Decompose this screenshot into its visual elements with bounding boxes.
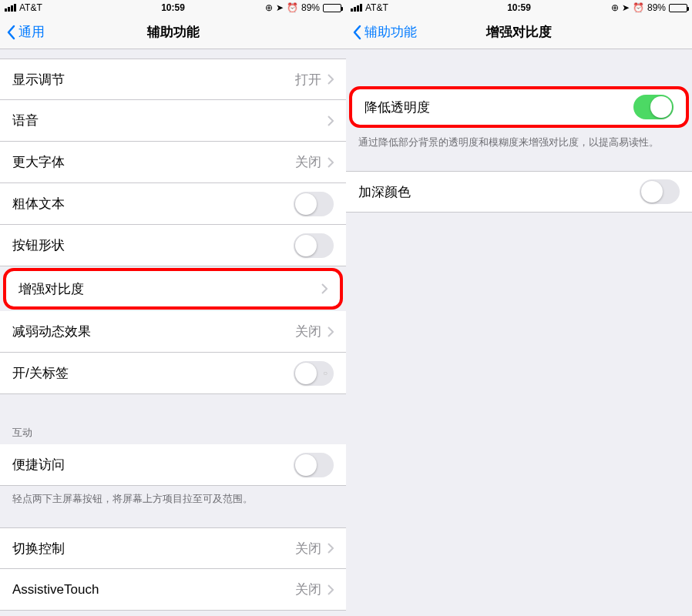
row-increase-contrast[interactable]: 增强对比度 [3,268,343,310]
screen-accessibility: AT&T 10:59 ⊕ ➤ ⏰ 89% 通用 辅助功能 显示调节 打开 语音 … [0,0,346,616]
row-button-shapes[interactable]: 按钮形状 [0,225,346,266]
battery-pct: 89% [647,2,666,13]
chevron-left-icon [352,25,361,40]
chevron-right-icon [328,116,334,126]
row-label: 增强对比度 [18,280,321,298]
row-reduce-transparency[interactable]: 降低透明度 [349,86,689,128]
orientation-lock-icon: ⊕ [265,2,273,13]
onoff-labels-switch[interactable] [294,361,334,386]
row-assistivetouch[interactable]: AssistiveTouch 关闭 [0,569,346,611]
chevron-right-icon [328,326,334,337]
chevron-right-icon [328,157,334,168]
chevron-right-icon [328,543,334,554]
row-reachability[interactable]: 便捷访问 [0,444,346,486]
row-reduce-motion[interactable]: 减弱动态效果 关闭 [0,311,346,353]
reachability-footer: 轻点两下主屏幕按钮，将屏幕上方项目拉至可及范围。 [0,486,346,512]
row-label: 加深颜色 [358,183,640,201]
chevron-right-icon [328,74,334,85]
reduce-transparency-switch[interactable] [633,95,674,119]
row-label: 粗体文本 [12,195,294,213]
row-value: 关闭 [295,153,321,171]
row-label: 减弱动态效果 [12,323,295,340]
carrier-label: AT&T [19,2,42,13]
nav-bar: 辅助功能 增强对比度 [346,15,692,49]
battery-icon [669,4,687,12]
row-value: 关闭 [295,540,321,557]
chevron-right-icon [328,584,334,595]
signal-icon [5,4,16,12]
row-label: 语音 [12,112,328,129]
location-icon: ➤ [622,2,630,13]
alarm-icon: ⏰ [287,2,298,13]
chevron-right-icon [321,283,328,294]
signal-icon [351,4,362,12]
darken-colors-switch[interactable] [640,179,680,204]
row-label: AssistiveTouch [12,582,295,598]
back-label: 辅助功能 [364,23,417,41]
row-label: 显示调节 [12,71,295,89]
back-button[interactable]: 通用 [0,23,45,41]
nav-bar: 通用 辅助功能 [0,15,346,49]
status-bar: AT&T 10:59 ⊕ ➤ ⏰ 89% [0,0,346,15]
row-display-accommodations[interactable]: 显示调节 打开 [0,59,346,100]
row-value: 打开 [295,71,321,89]
reduce-transparency-footer: 通过降低部分背景的透明度和模糊度来增强对比度，以提高易读性。 [346,129,692,156]
row-value: 关闭 [295,581,321,598]
reachability-switch[interactable] [294,453,334,477]
chevron-left-icon [6,25,15,40]
row-label: 切换控制 [12,540,295,557]
row-label: 更大字体 [12,153,295,171]
battery-icon [323,4,341,12]
button-shapes-switch[interactable] [294,233,334,258]
row-larger-text[interactable]: 更大字体 关闭 [0,142,346,183]
row-label: 降低透明度 [364,99,633,116]
location-icon: ➤ [276,2,284,13]
row-switch-control[interactable]: 切换控制 关闭 [0,527,346,569]
back-button[interactable]: 辅助功能 [346,23,417,41]
row-label: 便捷访问 [12,456,294,474]
status-bar: AT&T 10:59 ⊕ ➤ ⏰ 89% [346,0,692,15]
interaction-header: 互动 [0,421,346,444]
bold-text-switch[interactable] [294,192,334,216]
row-label: 按钮形状 [12,236,294,254]
row-speech[interactable]: 语音 [0,100,346,142]
alarm-icon: ⏰ [633,2,644,13]
row-darken-colors[interactable]: 加深颜色 [346,171,692,213]
row-value: 关闭 [295,323,321,340]
row-onoff-labels[interactable]: 开/关标签 [0,353,346,394]
row-label: 开/关标签 [12,364,294,382]
orientation-lock-icon: ⊕ [611,2,619,13]
battery-pct: 89% [301,2,320,13]
nav-title: 辅助功能 [0,23,346,41]
back-label: 通用 [18,23,45,41]
carrier-label: AT&T [365,2,388,13]
screen-increase-contrast: AT&T 10:59 ⊕ ➤ ⏰ 89% 辅助功能 增强对比度 降低透明度 通过… [346,0,692,616]
row-bold-text[interactable]: 粗体文本 [0,183,346,225]
